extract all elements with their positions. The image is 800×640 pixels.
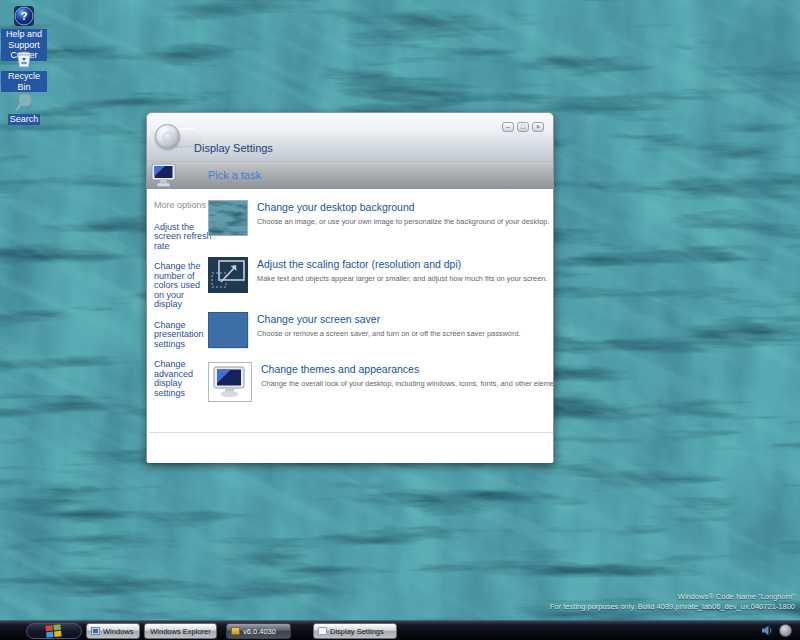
- task-link-themes[interactable]: Change themes and appearances: [261, 363, 553, 375]
- maximize-button[interactable]: □: [517, 122, 529, 132]
- task-change-desktop-background[interactable]: Change your desktop background Choose an…: [208, 200, 550, 236]
- taskbar-button-label: Windows Explorer: [150, 627, 210, 636]
- watermark-line1: Windows® Code Name "Longhorn": [550, 592, 795, 602]
- display-settings-window-icon: [318, 627, 327, 635]
- sidebar-link-advanced-display[interactable]: Change advanced display settings: [154, 360, 212, 398]
- task-manager-icon: [91, 627, 100, 635]
- task-description: Change the overall look of your desktop,…: [261, 379, 553, 388]
- taskbar-button-windows-explorer[interactable]: Windows Explorer: [144, 623, 217, 639]
- sidebar-link-color-depth[interactable]: Change the number of colors used on your…: [154, 262, 212, 310]
- volume-icon[interactable]: [761, 624, 774, 637]
- screen-saver-thumbnail[interactable]: [208, 312, 248, 348]
- desktop-icon-recycle-bin[interactable]: Recycle Bin: [0, 50, 48, 92]
- task-adjust-scaling-factor[interactable]: Adjust the scaling factor (resolution an…: [208, 257, 547, 293]
- help-icon: ?: [13, 5, 35, 27]
- minimize-button[interactable]: –: [502, 122, 514, 132]
- desktop-icon-label: Search: [8, 114, 41, 125]
- task-description: Make text and objects appear larger or s…: [257, 274, 547, 283]
- more-options-label: More options: [154, 201, 212, 211]
- content-divider: [149, 432, 553, 433]
- sidebar-link-refresh-rate[interactable]: Adjust the screen refresh rate: [154, 223, 212, 252]
- desktop-background-thumbnail[interactable]: [208, 200, 248, 236]
- taskbar-button-task-manager[interactable]: Windows Task Ma...: [86, 623, 140, 639]
- taskbar-button-label: Windows Task Ma...: [103, 627, 135, 636]
- task-change-themes[interactable]: Change themes and appearances Change the…: [208, 362, 553, 402]
- pick-a-task-header: Pick a task: [147, 161, 553, 189]
- watermark-line2: For testing purposes only. Build 4089.pr…: [550, 602, 795, 612]
- taskbar-button-display-settings[interactable]: Display Settings: [313, 623, 397, 639]
- window-titlebar: Display Settings – □ ×: [147, 113, 553, 161]
- windows-flag-icon: [45, 624, 63, 638]
- folder-icon: [231, 627, 240, 635]
- task-description: Choose an image, or use your own image t…: [257, 217, 550, 226]
- taskbar: Windows Task Ma... Windows Explorer v6.0…: [0, 620, 800, 640]
- sidebar-link-presentation-settings[interactable]: Change presentation settings: [154, 321, 212, 350]
- desktop-icon-search[interactable]: Search: [0, 92, 48, 125]
- search-icon: [14, 92, 34, 112]
- task-link-screen-saver[interactable]: Change your screen saver: [257, 313, 521, 325]
- taskbar-button-label: v6.0.4030: [243, 627, 276, 636]
- close-button[interactable]: ×: [532, 122, 544, 132]
- build-watermark: Windows® Code Name "Longhorn" For testin…: [550, 592, 795, 612]
- taskbar-button-label: Display Settings: [330, 627, 384, 636]
- window-title: Display Settings: [194, 142, 273, 154]
- desktop: ? Help and Support Center Recycle Bin Se…: [0, 0, 800, 640]
- task-change-screen-saver[interactable]: Change your screen saver Choose or remov…: [208, 312, 521, 348]
- scaling-factor-icon[interactable]: [208, 257, 248, 293]
- task-link-scaling-factor[interactable]: Adjust the scaling factor (resolution an…: [257, 258, 547, 270]
- tray-status-icon[interactable]: [779, 624, 792, 637]
- themes-monitor-icon[interactable]: [208, 362, 252, 402]
- task-description: Choose or remove a screen saver, and tur…: [257, 329, 521, 338]
- pick-a-task-label: Pick a task: [208, 162, 261, 189]
- system-tray: [761, 624, 792, 637]
- taskbar-button-v6-build[interactable]: v6.0.4030: [226, 623, 291, 639]
- back-orb-icon: [155, 124, 180, 149]
- recycle-bin-icon: [14, 50, 34, 69]
- desktop-icon-label: Recycle Bin: [1, 71, 47, 92]
- window-content: More options Adjust the screen refresh r…: [147, 189, 553, 463]
- task-link-desktop-background[interactable]: Change your desktop background: [257, 201, 550, 213]
- svg-text:?: ?: [21, 10, 28, 22]
- sidebar: More options Adjust the screen refresh r…: [154, 201, 212, 409]
- start-button[interactable]: [26, 623, 82, 639]
- display-icon: [150, 163, 178, 189]
- display-settings-window: Display Settings – □ × Pick a task More …: [146, 112, 554, 463]
